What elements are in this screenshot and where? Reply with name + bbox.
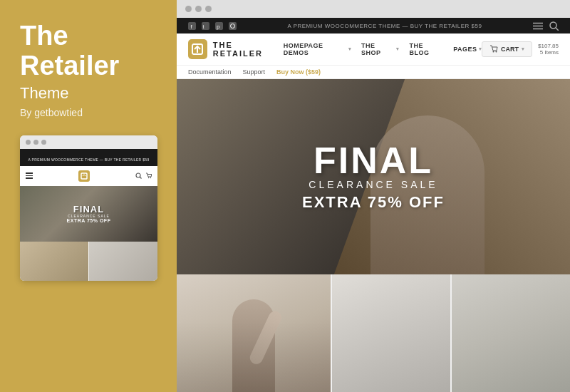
mini-dot-2 — [33, 140, 38, 145]
mini-hero-extra: EXTRA 75% OFF — [67, 218, 111, 223]
cart-button[interactable]: CART ▾ — [482, 41, 532, 57]
mini-dot-3 — [41, 140, 46, 145]
svg-point-4 — [150, 177, 151, 178]
nav-logo-icon — [188, 39, 207, 59]
hero-section: FINAL CLEARANCE SALE EXTRA 75% OFF — [177, 79, 570, 274]
top-bar: f t p A PREMIUM WOOCOMMERCE THEME — BUY … — [177, 18, 570, 33]
top-bar-right — [533, 21, 559, 31]
mini-browser-titlebar — [20, 135, 157, 149]
mini-bottom-images — [20, 242, 157, 281]
mini-search-icon — [135, 172, 142, 179]
menu-icon[interactable] — [533, 21, 543, 31]
nav-menu: HOMEPAGE DEMOS ▾ THE SHOP ▾ THE BLOG PAG… — [284, 42, 482, 56]
nav-item-homepage-demos[interactable]: HOMEPAGE DEMOS ▾ — [284, 42, 351, 56]
hero-extra-text: EXTRA 75% OFF — [302, 193, 445, 212]
svg-line-17 — [556, 28, 559, 31]
mini-hamburger-icon — [26, 172, 33, 179]
sub-nav-support[interactable]: Support — [243, 68, 266, 76]
nav-item-pages[interactable]: PAGES ▾ — [453, 46, 482, 53]
theme-subtitle: Theme — [20, 84, 68, 103]
svg-point-16 — [550, 22, 556, 29]
nav-bar: THE RETAILER HOMEPAGE DEMOS ▾ THE SHOP ▾… — [177, 33, 570, 66]
svg-text:p: p — [217, 24, 220, 30]
hero-final-text: FINAL — [302, 142, 445, 179]
nav-logo: THE RETAILER — [188, 39, 284, 59]
social-icons: f t p — [188, 22, 237, 30]
theme-title: The Retailer — [20, 21, 119, 81]
svg-line-2 — [140, 177, 142, 179]
mini-hero-final: FINAL — [67, 205, 111, 214]
mini-cart-icon — [145, 172, 152, 179]
mini-hero: FINAL CLEARANCE SALE EXTRA 75% OFF — [20, 186, 157, 242]
browser-dot-3 — [205, 6, 212, 12]
browser-titlebar — [177, 0, 570, 18]
nav-brand: THE RETAILER — [213, 41, 284, 58]
nav-item-the-shop[interactable]: THE SHOP ▾ — [361, 42, 399, 56]
svg-rect-11 — [229, 22, 237, 30]
product-row — [177, 274, 570, 392]
cart-icon — [489, 45, 498, 53]
browser-dot-1 — [185, 6, 192, 12]
left-panel: The Retailer Theme By getbowtied A PREMI… — [0, 0, 177, 392]
twitter-icon: t — [202, 22, 209, 30]
mini-nav-icons — [135, 172, 152, 179]
product-img-1[interactable] — [177, 274, 331, 392]
promo-text: A PREMIUM WOOCOMMERCE THEME — BUY THE RE… — [237, 23, 533, 29]
mini-product-img-1 — [20, 242, 88, 281]
hero-content: FINAL CLEARANCE SALE EXTRA 75% OFF — [302, 142, 445, 212]
product-img-3[interactable] — [452, 274, 570, 392]
mini-topbar-text: A PREMIUM WOOCOMMERCE THEME — BUY THE RE… — [28, 158, 150, 162]
mini-product-img-2 — [89, 242, 157, 281]
mini-navbar — [20, 166, 157, 186]
pinterest-icon: p — [215, 22, 223, 30]
mini-dot-1 — [26, 140, 31, 145]
mini-logo-icon — [78, 170, 90, 182]
nav-item-the-blog[interactable]: THE BLOG — [410, 42, 444, 56]
svg-point-1 — [136, 173, 140, 177]
sub-nav: Documentation Support Buy Now ($59) — [177, 66, 570, 79]
sub-nav-documentation[interactable]: Documentation — [188, 68, 232, 76]
mini-topbar: A PREMIUM WOOCOMMERCE THEME — BUY THE RE… — [20, 149, 157, 166]
svg-point-3 — [148, 177, 149, 178]
sub-nav-buy-now[interactable]: Buy Now ($59) — [276, 68, 321, 76]
theme-author: By getbowtied — [20, 107, 83, 118]
svg-point-20 — [493, 51, 494, 53]
svg-point-21 — [496, 51, 497, 53]
chevron-down-icon: ▾ — [348, 46, 352, 52]
svg-rect-0 — [81, 173, 87, 179]
mini-hero-text: FINAL CLEARANCE SALE EXTRA 75% OFF — [67, 205, 111, 223]
hero-clearance-text: CLEARANCE SALE — [302, 179, 445, 190]
instagram-icon — [229, 22, 237, 30]
search-icon[interactable] — [549, 21, 559, 31]
chevron-down-icon: ▾ — [396, 46, 400, 52]
mini-browser-preview: A PREMIUM WOOCOMMERCE THEME — BUY THE RE… — [20, 135, 157, 281]
mini-hero-clearance: CLEARANCE SALE — [67, 214, 111, 218]
cart-chevron-icon: ▾ — [522, 46, 524, 52]
nav-cart-area: CART ▾ $107.85 5 Items — [482, 41, 559, 57]
product-img-2[interactable] — [332, 274, 450, 392]
main-browser: f t p A PREMIUM WOOCOMMERCE THEME — BUY … — [177, 0, 570, 392]
facebook-icon: f — [188, 22, 196, 30]
svg-text:t: t — [203, 24, 204, 29]
cart-details: $107.85 5 Items — [538, 43, 559, 56]
browser-dot-2 — [195, 6, 202, 12]
